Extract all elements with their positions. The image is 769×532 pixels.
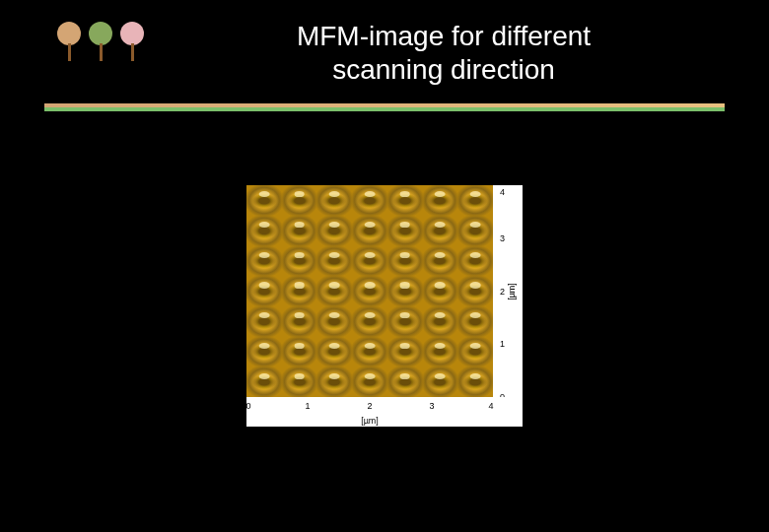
- slide-content: 0 1 2 3 4 [µm] 0 1 2 3 4 [µm]: [0, 185, 769, 427]
- y-tick: 4: [500, 187, 505, 197]
- x-axis-label: [µm]: [361, 416, 379, 426]
- mfm-dot-grid: [246, 185, 493, 397]
- tree-icon: [117, 22, 147, 61]
- x-tick: 4: [488, 401, 493, 411]
- x-axis: 0 1 2 3 4 [µm]: [246, 397, 523, 427]
- title-line-1: MFM-image for different: [297, 21, 591, 51]
- mfm-image-area: [246, 185, 493, 397]
- y-axis-label: [µm]: [507, 283, 517, 300]
- y-tick: 1: [500, 339, 505, 349]
- y-tick: 3: [500, 233, 505, 243]
- mfm-figure: 0 1 2 3 4 [µm] 0 1 2 3 4 [µm]: [246, 185, 523, 427]
- title-line-2: scanning direction: [332, 54, 555, 85]
- header-divider: [44, 103, 725, 111]
- x-tick: 3: [429, 401, 434, 411]
- x-tick: 2: [367, 401, 372, 411]
- tree-icon: [86, 22, 115, 61]
- y-tick: 2: [500, 287, 505, 297]
- x-tick: 1: [305, 401, 310, 411]
- slide-header: MFM-image for different scanning directi…: [0, 0, 769, 111]
- trees-logo: [54, 22, 147, 61]
- x-tick: 0: [245, 401, 250, 411]
- y-axis: 0 1 2 3 4 [µm]: [493, 185, 523, 397]
- slide-title: MFM-image for different scanning directi…: [177, 20, 710, 86]
- tree-icon: [54, 22, 84, 61]
